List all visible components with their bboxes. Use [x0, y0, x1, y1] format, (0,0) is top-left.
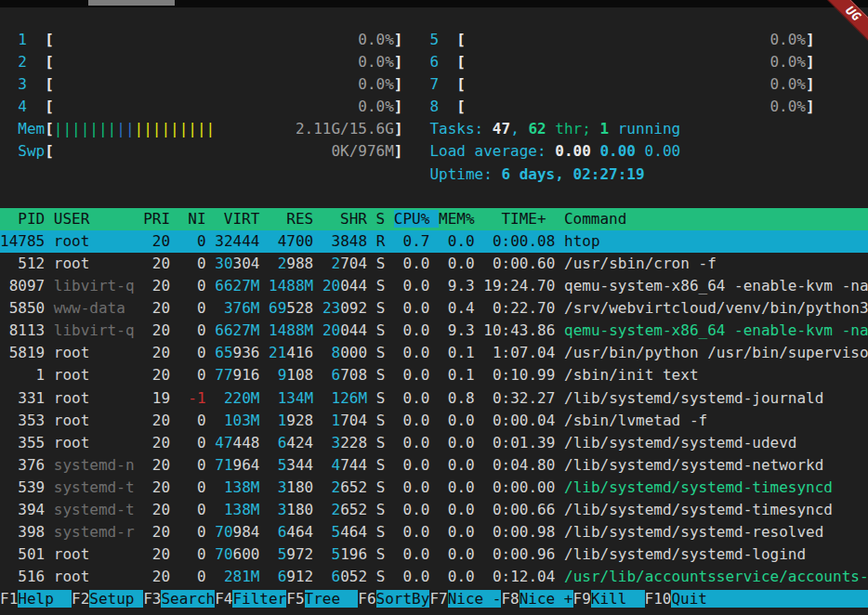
- cpu-id: 8: [429, 98, 456, 115]
- tasks-text: 62: [528, 120, 546, 137]
- text-segment: [206, 366, 216, 384]
- fkey-f6-sortby[interactable]: F6SortBy: [358, 590, 429, 608]
- time-cell: 10:43.86: [483, 321, 555, 339]
- cpu-percent-cell: 0.0: [394, 321, 430, 339]
- cpu-meter-value: 0.0%: [466, 31, 806, 48]
- text-segment: [259, 434, 269, 451]
- text-segment: [259, 478, 269, 496]
- fkey-label: Quit: [671, 590, 868, 608]
- fkey-f3-search[interactable]: F3Search: [143, 590, 215, 608]
- cpu-percent-cell: 0.0: [394, 456, 430, 474]
- fkey-f2-setup[interactable]: F2Setup: [72, 590, 143, 608]
- fkey-f9-kill[interactable]: F9Kill: [573, 590, 645, 608]
- process-row-8113[interactable]: 8113 libvirt-q 20 0 6627M 1488M 20044 S …: [0, 320, 868, 342]
- process-row-1[interactable]: 1 root 20 0 77916 9108 6708 S 0.0 0.1 0:…: [0, 364, 868, 386]
- res-cell: 416: [286, 344, 313, 361]
- process-row-398[interactable]: 398 systemd-r 20 0 70984 6464 5464 S 0.0…: [0, 521, 868, 543]
- meter-open-bracket: [: [456, 75, 466, 93]
- text-segment: [430, 568, 440, 585]
- text-segment: [170, 232, 179, 250]
- pri-cell: 20: [143, 568, 170, 585]
- user-cell: root: [54, 389, 135, 407]
- fkey-f7-nice[interactable]: F7Nice -: [429, 590, 501, 608]
- shr-cell: 052: [340, 568, 367, 585]
- meter-open-bracket: [: [45, 53, 54, 71]
- text-segment: [170, 501, 179, 518]
- cpu-percent-cell: 0.0: [394, 501, 430, 518]
- process-row-355[interactable]: 355 root 20 0 47448 6424 3228 S 0.0 0.0 …: [0, 432, 868, 454]
- nice-cell: 0: [179, 277, 206, 294]
- shr-cell: 652: [340, 478, 367, 496]
- fkey-f1-help[interactable]: F1Help: [0, 590, 72, 608]
- virt-cell: 220M: [215, 389, 259, 407]
- swap-row: Swp[ 0K/976M] Load average: 0.00 0.00 0.…: [0, 140, 868, 163]
- text-segment: [45, 478, 54, 496]
- text-segment: [45, 299, 54, 317]
- column-header-cpu-sort[interactable]: CPU%: [394, 210, 439, 228]
- virt-cell: 6627M: [215, 277, 259, 294]
- process-row-394[interactable]: 394 systemd-t 20 0 138M 3180 2652 S 0.0 …: [0, 499, 868, 521]
- process-row-331[interactable]: 331 root 19 -1 220M 134M 126M S 0.0 0.8 …: [0, 387, 868, 410]
- virt-cell: 984: [233, 523, 260, 541]
- htop-screen: 1 [ 0.0%] 5 [ 0.0%] 2 [ 0.0%] 6 [ 0.0%] …: [0, 0, 868, 615]
- user-cell: root: [54, 568, 135, 585]
- res-cell: 3: [269, 501, 286, 518]
- res-cell: 2: [269, 255, 286, 272]
- text-segment: [430, 232, 440, 250]
- text-segment: [259, 456, 269, 474]
- process-row-516[interactable]: 516 root 20 0 281M 6912 6052 S 0.0 0.0 0…: [0, 566, 868, 588]
- process-row-14785[interactable]: 14785 root 20 0 32444 4700 3848 R 0.7 0.…: [0, 230, 868, 253]
- tasks-text: 47: [493, 120, 510, 137]
- fkey-f5-tree[interactable]: F5Tree: [286, 590, 358, 608]
- process-row-353[interactable]: 353 root 20 0 103M 1928 1704 S 0.0 0.0 0…: [0, 410, 868, 432]
- mem-percent-cell: 0.0: [439, 434, 475, 451]
- text-segment: [45, 523, 54, 541]
- virt-cell: 65: [215, 344, 232, 361]
- text-segment: [135, 321, 144, 339]
- process-row-376[interactable]: 376 systemd-n 20 0 71964 5344 4744 S 0.0…: [0, 454, 868, 477]
- column-headers-right[interactable]: MEM% TIME+ Command: [439, 210, 868, 228]
- text-segment: [475, 389, 484, 407]
- cpu-id: 2: [0, 53, 45, 71]
- cpu-percent-cell: 0.0: [394, 568, 430, 585]
- virt-cell: 47: [215, 434, 232, 451]
- tasks-text: ,: [510, 120, 528, 137]
- process-row-501[interactable]: 501 root 20 0 70600 5972 5196 S 0.0 0.0 …: [0, 543, 868, 566]
- pri-cell: 20: [143, 412, 170, 429]
- shr-cell: 5: [322, 545, 340, 563]
- text-segment: [430, 545, 440, 563]
- text-segment: [430, 478, 440, 496]
- text-segment: [385, 412, 394, 429]
- res-cell: 9: [269, 366, 286, 384]
- fkey-f8-nice[interactable]: F8Nice +: [501, 590, 572, 608]
- text-segment: [170, 299, 179, 317]
- text-segment: [170, 434, 179, 451]
- process-row-8097[interactable]: 8097 libvirt-q 20 0 6627M 1488M 20044 S …: [0, 275, 868, 297]
- text-segment: [259, 321, 269, 339]
- mem-value: 2.11G/15.6G: [215, 120, 394, 137]
- text-segment: [475, 277, 484, 294]
- fkey-f10-quit[interactable]: F10Quit: [645, 590, 868, 608]
- time-cell: 0:10.99: [483, 366, 555, 384]
- time-cell: 0:00.96: [483, 545, 555, 563]
- text-segment: [170, 478, 179, 496]
- res-cell: 1488M: [269, 321, 313, 339]
- fkey-f4-filter[interactable]: F4Filter: [215, 590, 286, 608]
- process-row-539[interactable]: 539 systemd-t 20 0 138M 3180 2652 S 0.0 …: [0, 477, 868, 499]
- mem-percent-cell: 0.0: [439, 232, 475, 250]
- table-header-row[interactable]: PID USER PRI NI VIRT RES SHR S CPU% MEM%…: [0, 208, 868, 230]
- process-row-5819[interactable]: 5819 root 20 0 65936 21416 8000 S 0.0 0.…: [0, 342, 868, 364]
- process-row-5850[interactable]: 5850 www-data 20 0 376M 69528 23092 S 0.…: [0, 297, 868, 320]
- fkey-label: Kill: [591, 590, 645, 608]
- command-cell: qemu-system-x86_64 -enable-kvm -na: [564, 277, 868, 294]
- column-headers-left[interactable]: PID USER PRI NI VIRT RES SHR S: [0, 210, 394, 228]
- text-segment: [206, 545, 216, 563]
- res-cell: 988: [286, 255, 313, 272]
- mem-bar-blue: ||: [116, 120, 134, 137]
- meter-close-bracket: ]: [394, 120, 403, 137]
- process-row-512[interactable]: 512 root 20 0 30304 2988 2704 S 0.0 0.0 …: [0, 253, 868, 275]
- nice-cell: -1: [179, 389, 206, 407]
- cpu-percent-cell: 0.0: [394, 366, 430, 384]
- text-segment: [430, 366, 440, 384]
- cpu-meter-value: 0.0%: [466, 75, 806, 93]
